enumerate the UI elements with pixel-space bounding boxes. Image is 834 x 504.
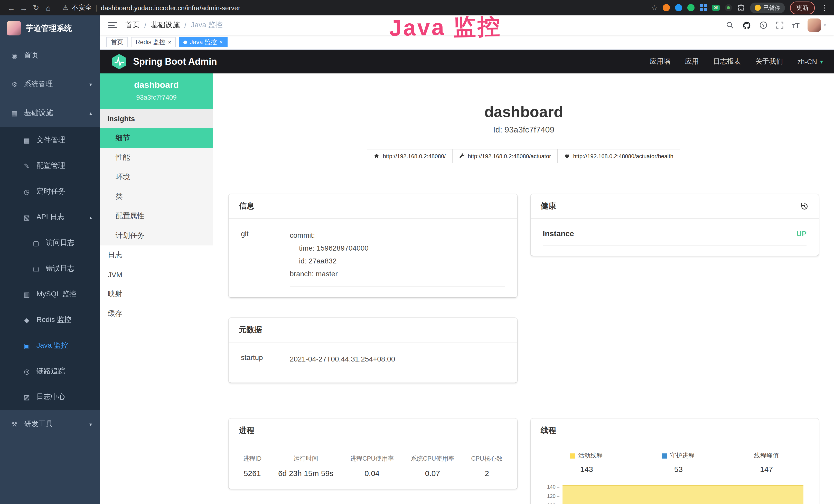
metric-value: 2 <box>471 469 503 478</box>
github-icon[interactable] <box>743 21 751 29</box>
fullscreen-icon[interactable] <box>776 21 784 29</box>
sidebar-item-log-center[interactable]: ▨ 日志中心 <box>0 384 100 410</box>
sidebar-item-dev-tools[interactable]: ⚒ 研发工具 ▾ <box>0 410 100 438</box>
back-icon[interactable]: ← <box>5 3 18 12</box>
extension-icon-grid[interactable] <box>700 4 707 11</box>
y-tick: 140 <box>547 484 559 489</box>
health-url-link[interactable]: http://192.168.0.2:48080/actuator/health <box>557 149 680 163</box>
chevron-down-icon: ▾ <box>89 421 92 427</box>
help-icon[interactable]: ? <box>760 21 768 29</box>
breadcrumb-home[interactable]: 首页 <box>125 21 140 30</box>
forward-icon[interactable]: → <box>18 3 30 12</box>
metric-value: 6d 23h 15m 59s <box>278 469 333 478</box>
info-card-title: 信息 <box>228 194 517 219</box>
service-url-link[interactable]: http://192.168.0.2:48080/ <box>367 149 452 163</box>
browser-home-icon[interactable]: ⌂ <box>42 3 54 12</box>
breadcrumb-separator: / <box>144 21 147 29</box>
sba-item-environment[interactable]: 环境 <box>100 167 213 187</box>
tab-java-monitor[interactable]: Java 监控 × <box>179 37 227 47</box>
search-icon[interactable] <box>726 21 734 29</box>
sba-item-classes[interactable]: 类 <box>100 187 213 206</box>
hamburger-icon[interactable] <box>108 22 117 28</box>
address-bar[interactable]: ⚠ 不安全 | dashboard.yudao.iocoder.cn/infra… <box>63 3 240 12</box>
sba-item-logs[interactable]: 日志 <box>100 246 213 265</box>
tab-home[interactable]: 首页 <box>106 37 128 47</box>
sidebar-item-error-logs[interactable]: ▢ 错误日志 <box>0 256 100 281</box>
sba-item-scheduled-tasks[interactable]: 计划任务 <box>100 226 213 246</box>
sba-brand-title[interactable]: Spring Boot Admin <box>133 56 217 67</box>
locale-selector[interactable]: zh-CN ▾ <box>797 58 823 66</box>
git-branch-line: branch: master <box>290 268 505 280</box>
app-logo[interactable]: 芋道管理系统 <box>0 16 100 41</box>
sidebar-item-mysql-monitor[interactable]: ▥ MySQL 监控 <box>0 281 100 307</box>
close-icon[interactable]: × <box>168 39 171 45</box>
metadata-card: 元数据 startup 2021-04-27T00:44:31.254+08:0… <box>228 318 517 383</box>
sba-item-jvm[interactable]: JVM <box>100 265 213 284</box>
redis-icon: ◆ <box>23 316 31 324</box>
browser-toolbar: ← → ↻ ⌂ ⚠ 不安全 | dashboard.yudao.iocoder.… <box>0 0 834 16</box>
logo-avatar <box>7 21 21 36</box>
close-icon[interactable]: × <box>219 39 223 45</box>
sidebar-item-system-mgmt[interactable]: ⚙ 系统管理 ▾ <box>0 70 100 98</box>
sidebar-item-java-monitor[interactable]: ▣ Java 监控 <box>0 333 100 359</box>
extension-icon-orange[interactable] <box>663 4 670 11</box>
font-size-icon[interactable]: TT <box>792 21 799 29</box>
refresh-icon[interactable]: ↻ <box>30 3 42 12</box>
sba-logo-icon[interactable] <box>111 54 127 69</box>
browser-update-button[interactable]: 更新 <box>790 1 815 14</box>
bookmark-icon[interactable]: ☆ <box>651 4 658 12</box>
extension-icon-sprout[interactable] <box>725 4 732 11</box>
app-sidebar: 芋道管理系统 ◉ 首页 ⚙ 系统管理 ▾ ▦ 基础设施 ▴ ▤ 文件管理 ✎ <box>0 16 100 504</box>
profile-paused-badge[interactable]: 已暂停 <box>750 2 785 13</box>
sba-nav-about[interactable]: 关于我们 <box>755 57 783 66</box>
url-text[interactable]: dashboard.yudao.iocoder.cn/infra/admin-s… <box>101 4 240 12</box>
sba-item-caches[interactable]: 缓存 <box>100 304 213 323</box>
sidebar-item-config-mgmt[interactable]: ✎ 配置管理 <box>0 153 100 179</box>
legend-daemon-threads: 守护进程 53 <box>662 451 695 474</box>
sidebar-item-tracing[interactable]: ◎ 链路追踪 <box>0 359 100 384</box>
sidebar-item-api-logs[interactable]: ▧ API 日志 ▴ <box>0 204 100 230</box>
app-title: 芋道管理系统 <box>26 23 72 33</box>
legend-label: 守护进程 <box>670 451 695 460</box>
sidebar-item-infrastructure[interactable]: ▦ 基础设施 ▴ <box>0 98 100 127</box>
sba-nav-applications[interactable]: 应用 <box>685 57 699 66</box>
sidebar-item-file-mgmt[interactable]: ▤ 文件管理 <box>0 127 100 153</box>
extension-icon-blue[interactable] <box>675 4 682 11</box>
security-label[interactable]: 不安全 <box>72 3 92 12</box>
history-icon[interactable] <box>800 202 809 210</box>
security-warning-icon[interactable]: ⚠ <box>63 4 68 11</box>
daemon-threads-swatch-icon <box>662 453 667 458</box>
sidebar-item-scheduled-jobs[interactable]: ◷ 定时任务 <box>0 179 100 204</box>
info-value: commit: time: 1596289704000 id: 27aa832 … <box>290 229 505 287</box>
sba-item-config-props[interactable]: 配置属性 <box>100 206 213 226</box>
sidebar-item-label: 错误日志 <box>46 264 74 273</box>
sidebar-item-label: 首页 <box>24 51 39 60</box>
extension-icon-on[interactable]: on <box>712 5 720 11</box>
sba-nav-wallboard[interactable]: 应用墙 <box>650 57 671 66</box>
legend-value: 53 <box>662 465 695 474</box>
tab-label: 首页 <box>111 38 123 46</box>
error-log-icon: ▢ <box>32 265 40 272</box>
sba-nav-journal[interactable]: 日志报表 <box>713 57 741 66</box>
heart-icon <box>564 153 570 159</box>
extensions-puzzle-icon[interactable] <box>737 4 745 12</box>
chevron-down-icon: ▾ <box>824 23 826 28</box>
browser-menu-icon[interactable]: ⋮ <box>820 4 829 12</box>
page-title: dashboard <box>213 103 834 121</box>
log-center-icon: ▨ <box>23 393 31 401</box>
sba-item-mappings[interactable]: 映射 <box>100 284 213 304</box>
sba-item-details[interactable]: 细节 <box>100 129 213 148</box>
instance-header[interactable]: dashboard 93a3fc7f7409 <box>100 73 213 109</box>
sidebar-item-redis-monitor[interactable]: ◆ Redis 监控 <box>0 307 100 333</box>
sba-item-metrics[interactable]: 性能 <box>100 148 213 167</box>
tab-redis-monitor[interactable]: Redis 监控 × <box>131 37 176 47</box>
sidebar-item-label: 配置管理 <box>37 161 65 170</box>
user-avatar[interactable]: ▾ <box>808 19 826 32</box>
sidebar-item-home[interactable]: ◉ 首页 <box>0 41 100 70</box>
extension-icon-green[interactable] <box>687 4 695 11</box>
cards-grid: 信息 git commit: time: 1596289704000 id: 2… <box>228 194 819 504</box>
actuator-url-link[interactable]: http://192.168.0.2:48080/actuator <box>452 149 557 163</box>
breadcrumb-infrastructure[interactable]: 基础设施 <box>151 21 180 30</box>
sidebar-item-access-logs[interactable]: ▢ 访问日志 <box>0 230 100 256</box>
sidebar-item-label: 系统管理 <box>24 79 53 89</box>
